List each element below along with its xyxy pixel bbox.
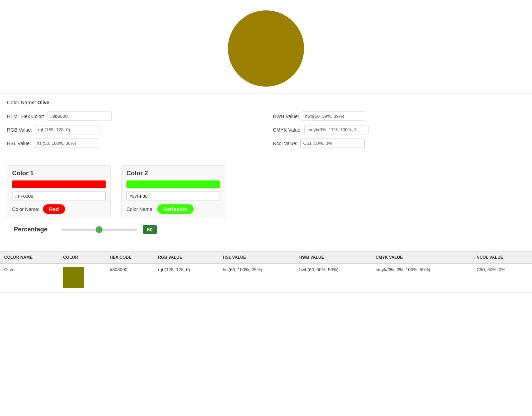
section-divider — [0, 94, 532, 94]
html-hex-row: HTML Hex Color: — [7, 112, 259, 121]
th-hex-code: HEX CODE — [106, 251, 154, 264]
rgb-row: RGB Value: — [7, 125, 259, 134]
ncol-row: Ncol Value: — [273, 139, 525, 148]
th-rgb-value: RGB VALUE — [154, 251, 219, 264]
color2-swatch — [126, 180, 220, 188]
th-color-name: COLOR NAME — [0, 251, 59, 264]
color2-badge-row: Color Name: Harlequin — [126, 204, 220, 214]
color1-title: Color 1 — [12, 170, 106, 177]
th-color: COLOR — [59, 251, 106, 264]
th-ncol-value: NCOL VALUE — [472, 251, 532, 264]
color-info-section: Color Name: Olive HTML Hex Color: HWB Va… — [0, 99, 532, 165]
color-name-value: Olive — [37, 100, 49, 105]
color-circle — [228, 10, 304, 87]
th-hsl-value: HSL VALUE — [219, 251, 295, 264]
ncol-input[interactable] — [300, 139, 365, 148]
hwb-label: HWB Value: — [273, 114, 299, 119]
td-ncol: C50, 50%, 0% — [472, 264, 532, 293]
th-cmyk-value: CMYK VALUE — [372, 251, 472, 264]
ncol-label: Ncol Value: — [273, 141, 298, 146]
percentage-thumb[interactable] — [96, 226, 103, 233]
color1-name-label: Color Name: — [12, 206, 39, 212]
color-name-label: Color Name: — [7, 99, 36, 105]
color2-box: Color 2 Color Name: Harlequin — [121, 165, 225, 218]
rgb-label: RGB Value: — [7, 127, 32, 133]
color1-badge-row: Color Name: Red — [12, 204, 106, 214]
td-cmyk: cmyk(0%, 0%, 100%, 50%) — [372, 264, 472, 293]
color1-hex-input[interactable] — [12, 192, 106, 201]
td-hsl: hsl(60, 100%, 25%) — [219, 264, 295, 293]
hwb-input[interactable] — [302, 112, 366, 121]
color-name-row: Color Name: Olive — [7, 99, 525, 105]
color1-swatch — [12, 180, 106, 188]
percentage-row: Percentage 50 — [14, 225, 518, 234]
color-mixer-section: Color 1 Color Name: Red Color 2 Color Na… — [0, 165, 532, 248]
html-hex-label: HTML Hex Color: — [7, 114, 44, 119]
table-row: Olive #808000 rgb(128, 128, 0) hsl(60, 1… — [0, 264, 532, 293]
rgb-input[interactable] — [35, 125, 99, 134]
td-rgb: rgb(128, 128, 0) — [154, 264, 219, 293]
td-name: Olive — [0, 264, 59, 293]
hsl-input[interactable] — [34, 139, 98, 148]
th-hwb-value: HWB VALUE — [295, 251, 372, 264]
color2-badge: Harlequin — [157, 204, 194, 214]
html-hex-input[interactable] — [47, 112, 112, 121]
color-circle-section — [0, 0, 532, 94]
cmyk-row: CMYK Value: — [273, 125, 525, 134]
color1-box: Color 1 Color Name: Red — [7, 165, 111, 218]
percentage-track — [61, 229, 137, 231]
color2-name-label: Color Name: — [126, 206, 154, 212]
hwb-row: HWB Value: — [273, 112, 525, 121]
color-table: COLOR NAME COLOR HEX CODE RGB VALUE HSL … — [0, 251, 532, 293]
color-table-section: COLOR NAME COLOR HEX CODE RGB VALUE HSL … — [0, 251, 532, 293]
table-color-swatch — [63, 267, 84, 288]
color-values-grid: HTML Hex Color: HWB Value: RGB Value: CM… — [7, 112, 525, 148]
td-hwb: hwb(60, 50%, 50%) — [295, 264, 372, 293]
hsl-label: HSL Value: — [7, 141, 31, 146]
percentage-slider-wrapper — [61, 226, 137, 233]
color2-hex-input[interactable] — [126, 192, 220, 201]
percentage-section: Percentage 50 — [7, 225, 525, 241]
cmyk-input[interactable] — [304, 125, 369, 134]
percentage-label: Percentage — [14, 226, 55, 233]
td-hex: #808000 — [106, 264, 154, 293]
table-header-row: COLOR NAME COLOR HEX CODE RGB VALUE HSL … — [0, 251, 532, 264]
hsl-row: HSL Value: — [7, 139, 259, 148]
color2-title: Color 2 — [126, 170, 220, 177]
cmyk-label: CMYK Value: — [273, 127, 302, 133]
percentage-value-badge: 50 — [143, 225, 157, 234]
color-mixer-row: Color 1 Color Name: Red Color 2 Color Na… — [7, 165, 525, 218]
td-color — [59, 264, 106, 293]
color1-badge: Red — [43, 204, 65, 214]
